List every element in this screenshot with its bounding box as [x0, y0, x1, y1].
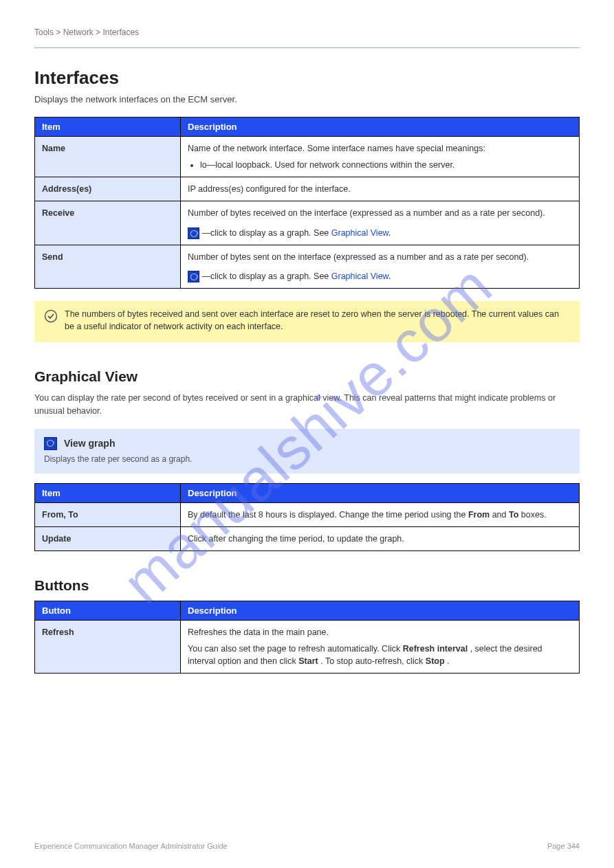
desc-line1: Number of bytes sent on the interface (e…: [188, 251, 572, 263]
item-cell: Refresh: [35, 621, 181, 674]
graph-icon[interactable]: [188, 271, 199, 282]
icon-suffix-text: —click to display as a graph. See: [201, 271, 331, 281]
desc-cell: IP address(es) configured for the interf…: [181, 177, 580, 201]
graphical-view-table: Item Description From, To By default the…: [34, 483, 580, 551]
stop-label: Stop: [426, 656, 445, 666]
footer-right: Page 344: [547, 842, 580, 850]
col-desc-header: Description: [181, 118, 580, 137]
desc-cell: Refreshes the data in the main pane. You…: [181, 621, 580, 674]
sub-item: lo—local loopback. Used for network conn…: [200, 159, 572, 171]
desc-cell: Click after changing the time period, to…: [181, 526, 580, 550]
start-label: Start: [298, 656, 318, 666]
graph-icon[interactable]: [44, 437, 57, 450]
desc-post: boxes.: [521, 510, 547, 520]
table-row: Receive Number of bytes received on the …: [35, 201, 580, 245]
desc-cell: Name of the network interface. Some inte…: [181, 137, 580, 177]
desc-line1: Number of bytes received on the interfac…: [188, 207, 572, 219]
refresh-p2-pre: You can also set the page to refresh aut…: [188, 644, 403, 654]
interfaces-table: Item Description Name Name of the networ…: [34, 117, 580, 289]
graphical-view-link[interactable]: Graphical View: [331, 228, 388, 238]
table-row: Refresh Refreshes the data in the main p…: [35, 621, 580, 674]
item-cell: Send: [35, 245, 181, 288]
note-text: The numbers of bytes received and sent o…: [65, 308, 570, 333]
refresh-p2-post: .: [447, 656, 449, 666]
icon-suffix-text: —click to display as a graph. See: [201, 228, 331, 238]
graphical-view-heading: Graphical View: [34, 368, 580, 385]
desc-text: Name of the network interface. Some inte…: [188, 144, 485, 153]
top-divider: [34, 47, 580, 48]
buttons-table: Button Description Refresh Refreshes the…: [34, 601, 580, 674]
graph-icon[interactable]: [188, 227, 199, 239]
item-cell: Receive: [35, 201, 181, 245]
table-row: From, To By default the last 8 hours is …: [35, 502, 580, 526]
item-cell: Address(es): [35, 177, 181, 201]
col-button-header: Button: [35, 601, 181, 621]
page-title: Interfaces: [34, 67, 580, 89]
table-row: Name Name of the network interface. Some…: [35, 137, 580, 177]
col-desc-header: Description: [181, 601, 580, 621]
page-subtitle: Displays the network interfaces on the E…: [34, 94, 580, 104]
checkmark-circle-icon: [44, 309, 58, 323]
desc-cell: By default the last 8 hours is displayed…: [181, 502, 580, 526]
desc-cell: Number of bytes sent on the interface (e…: [181, 245, 580, 288]
to-label: To: [509, 510, 518, 520]
page-footer: Experience Communication Manager Adminis…: [34, 842, 580, 850]
item-cell: Update: [35, 526, 181, 550]
refresh-interval-label: Refresh interval: [403, 644, 468, 654]
refresh-p1: Refreshes the data in the main pane.: [188, 626, 572, 638]
col-desc-header: Description: [181, 483, 580, 502]
view-graph-block: View graph Displays the rate per second …: [34, 429, 580, 474]
graphical-view-desc: You can display the rate per second of b…: [34, 392, 580, 418]
from-label: From: [468, 510, 490, 520]
table-row: Address(es) IP address(es) configured fo…: [35, 177, 580, 201]
desc-pre: By default the last 8 hours is displayed…: [188, 510, 468, 520]
view-graph-label: View graph: [64, 438, 115, 449]
buttons-heading: Buttons: [34, 577, 580, 594]
col-item-header: Item: [35, 483, 181, 502]
desc-mid: and: [492, 510, 509, 520]
note-box: The numbers of bytes received and sent o…: [34, 301, 580, 342]
svg-point-0: [45, 311, 57, 322]
breadcrumb: Tools > Network > Interfaces: [34, 27, 580, 37]
table-row: Update Click after changing the time per…: [35, 526, 580, 550]
footer-left: Experience Communication Manager Adminis…: [34, 842, 228, 850]
refresh-p2-mid2: . To stop auto-refresh, click: [320, 656, 426, 666]
col-item-header: Item: [35, 118, 181, 137]
item-cell: From, To: [35, 502, 181, 526]
graphical-view-link[interactable]: Graphical View: [331, 271, 388, 281]
view-graph-desc: Displays the rate per second as a graph.: [44, 454, 570, 464]
desc-cell: Number of bytes received on the interfac…: [181, 201, 580, 245]
table-row: Send Number of bytes sent on the interfa…: [35, 245, 580, 288]
item-cell: Name: [35, 137, 181, 177]
